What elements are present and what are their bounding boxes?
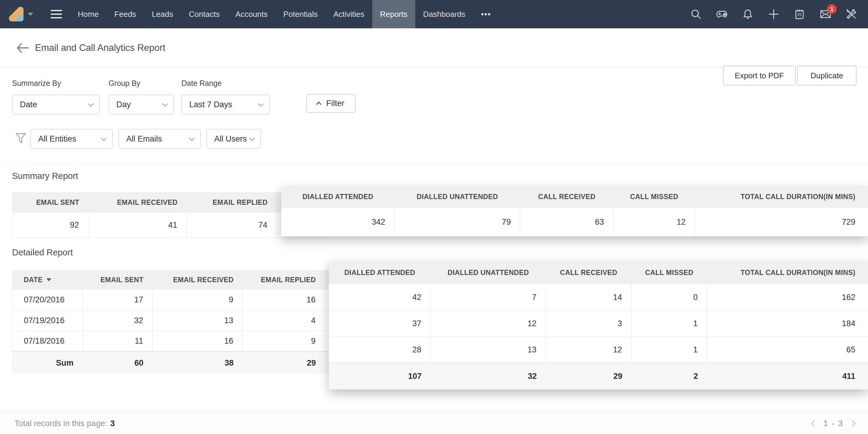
notifications-bell-icon[interactable]	[741, 8, 754, 21]
top-nav: Home Feeds Leads Contacts Accounts Poten…	[0, 0, 868, 28]
table-cell: CALL RECEIVED	[546, 261, 631, 284]
table-cell: 29	[546, 363, 631, 390]
table-cell: DIALLED ATTENDED	[329, 261, 431, 284]
detailed-call-table-header: DIALLED ATTENDEDDIALLED UNATTENDEDCALL R…	[329, 261, 868, 284]
detailed-email-table-body: 07/20/201617916 07/19/201632134 07/18/20…	[12, 290, 332, 352]
table-cell: 162	[707, 284, 868, 310]
table-cell: CALL MISSED	[613, 186, 695, 208]
table-row: 281312165	[329, 337, 868, 363]
summary-call-table-body: 342796312729	[281, 208, 868, 236]
duplicate-button[interactable]: Duplicate	[797, 66, 857, 86]
nav-item-leads[interactable]: Leads	[144, 0, 181, 28]
table-cell: DIALLED UNATTENDED	[395, 186, 520, 208]
page-next-icon[interactable]	[849, 420, 856, 427]
nav-icon-cluster: 31 1	[689, 0, 868, 28]
user-filter-select[interactable]: All Users	[207, 129, 261, 149]
nav-item-accounts[interactable]: Accounts	[227, 0, 276, 28]
table-cell: 41	[88, 213, 187, 238]
filter-button-label: Filter	[327, 99, 344, 108]
group-by-select[interactable]: Day	[108, 95, 174, 114]
table-cell: 729	[695, 208, 868, 236]
nav-item-reports[interactable]: Reports	[372, 0, 415, 28]
table-row: 07/18/201611169	[12, 331, 332, 352]
table-cell: 42	[329, 284, 431, 310]
table-cell: EMAIL SENT	[12, 192, 88, 213]
entity-filter-select[interactable]: All Entities	[30, 129, 113, 149]
chevron-down-icon	[88, 101, 93, 106]
table-row: 371231184	[329, 310, 868, 337]
summarize-by-select[interactable]: Date	[12, 95, 100, 114]
funnel-filter-icon	[14, 130, 28, 147]
org-logo-menu[interactable]	[9, 0, 33, 28]
detailed-email-table: DATE EMAIL SENTEMAIL RECEIVEDEMAIL REPLI…	[12, 270, 332, 374]
chevron-up-icon	[316, 101, 321, 107]
table-cell: TOTAL CALL DURATION(IN MINS)	[707, 261, 868, 284]
pagination: 1 - 3	[812, 419, 855, 428]
table-cell: 07/18/2016	[12, 331, 83, 351]
mail-icon[interactable]: 1	[819, 8, 832, 21]
date-range-value: Last 7 Days	[189, 100, 232, 109]
nav-item-contacts[interactable]: Contacts	[181, 0, 227, 28]
date-range-select[interactable]: Last 7 Days	[181, 95, 270, 114]
calendar-icon[interactable]: 31	[793, 8, 806, 21]
chevron-down-icon	[101, 135, 106, 141]
table-cell: 07/20/2016	[12, 290, 83, 310]
table-cell: 28	[329, 337, 431, 363]
entity-filter-value: All Entities	[38, 134, 76, 144]
table-cell: 63	[520, 208, 613, 236]
group-by-value: Day	[116, 100, 131, 109]
search-icon[interactable]	[689, 8, 702, 21]
export-to-pdf-button[interactable]: Export to PDF	[723, 66, 796, 86]
date-column-header[interactable]: DATE	[12, 270, 83, 290]
setup-tools-icon[interactable]	[845, 8, 858, 21]
email-sum-row: Sum603829	[12, 352, 332, 374]
table-cell: 9	[243, 331, 325, 351]
table-cell: EMAIL RECEIVED	[88, 192, 187, 213]
filter-toggle-button[interactable]: Filter	[306, 94, 355, 113]
detailed-call-table-body: 427140162 371231184 281312165	[329, 284, 868, 363]
gamescope-icon[interactable]	[715, 8, 728, 21]
group-by-label: Group By	[108, 79, 141, 88]
table-cell: CALL RECEIVED	[520, 186, 613, 208]
nav-item-more[interactable]: •••	[473, 0, 499, 28]
table-cell: EMAIL REPLIED	[243, 270, 325, 290]
svg-text:31: 31	[797, 12, 802, 17]
detailed-email-table-header: DATE EMAIL SENTEMAIL RECEIVEDEMAIL REPLI…	[12, 270, 332, 290]
nav-items: Home Feeds Leads Contacts Accounts Poten…	[70, 0, 499, 28]
org-logo	[9, 7, 24, 22]
table-cell: 9	[153, 290, 243, 310]
total-records-label: Total records in this page:	[14, 419, 107, 428]
table-cell: 3	[546, 310, 631, 336]
table-cell: DIALLED UNATTENDED	[431, 261, 546, 284]
date-header-label: DATE	[24, 276, 43, 284]
nav-item-dashboards[interactable]: Dashboards	[415, 0, 473, 28]
table-cell: 4	[243, 310, 325, 331]
table-cell: 07/19/2016	[12, 310, 83, 331]
table-cell: 7	[431, 284, 546, 310]
table-cell: 411	[707, 363, 868, 390]
add-plus-icon[interactable]	[767, 8, 780, 21]
nav-item-home[interactable]: Home	[70, 0, 106, 28]
page-prev-icon[interactable]	[811, 420, 818, 427]
table-cell: 107	[329, 363, 431, 390]
email-filter-select[interactable]: All Emails	[119, 129, 201, 149]
mail-badge: 1	[827, 4, 837, 14]
logo-caret-icon	[28, 13, 33, 16]
nav-item-activities[interactable]: Activities	[326, 0, 372, 28]
table-cell: EMAIL REPLIED	[187, 192, 277, 213]
table-cell: 11	[83, 331, 153, 351]
table-cell: 16	[153, 331, 243, 351]
back-arrow-icon[interactable]	[15, 40, 30, 56]
table-row: 342796312729	[281, 208, 868, 236]
hamburger-menu-icon[interactable]	[51, 0, 62, 28]
table-cell: EMAIL SENT	[83, 270, 153, 290]
nav-item-potentials[interactable]: Potentials	[276, 0, 326, 28]
summarize-by-value: Date	[20, 100, 37, 109]
summarize-by-label: Summarize By	[12, 79, 61, 88]
table-row: 427140162	[329, 284, 868, 310]
table-cell: 184	[707, 310, 868, 336]
summary-report-title: Summary Report	[12, 171, 78, 181]
table-cell: TOTAL CALL DURATION(IN MINS)	[695, 186, 868, 208]
table-cell: 16	[243, 290, 325, 310]
nav-item-feeds[interactable]: Feeds	[106, 0, 144, 28]
